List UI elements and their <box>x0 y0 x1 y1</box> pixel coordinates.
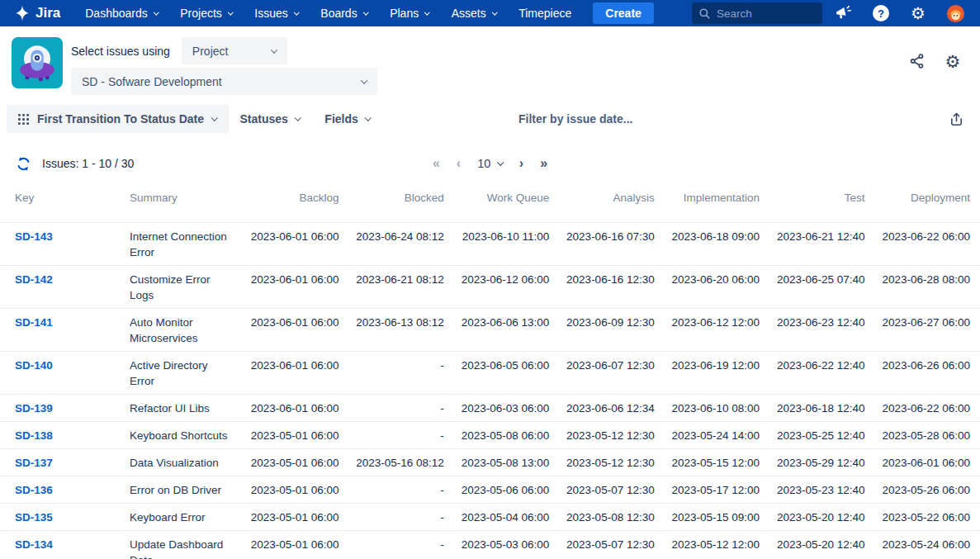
chevron-down-icon <box>424 9 429 14</box>
search-input[interactable] <box>717 7 816 20</box>
issue-key-link[interactable]: SD-139 <box>15 402 53 415</box>
issue-key-link[interactable]: SD-135 <box>15 511 53 523</box>
next-page-button[interactable]: › <box>519 157 523 170</box>
help-icon[interactable]: ? <box>871 3 891 23</box>
top-navbar: Jira DashboardsProjectsIssuesBoardsPlans… <box>0 0 980 26</box>
transition-date-cell: 2023-05-12 12:30 <box>559 449 664 476</box>
transition-date-cell: 2023-06-07 12:30 <box>559 352 664 395</box>
transition-date-cell: 2023-06-01 06:00 <box>244 309 348 352</box>
main-navigation: DashboardsProjectsIssuesBoardsPlansAsset… <box>85 7 571 20</box>
transition-date-cell: 2023-06-03 06:00 <box>454 395 559 422</box>
share-button[interactable] <box>907 50 928 72</box>
issue-key-link[interactable]: SD-137 <box>15 457 53 469</box>
transition-date-cell: 2023-05-28 06:00 <box>875 422 980 449</box>
transition-date-cell: 2023-05-20 12:40 <box>769 504 874 531</box>
table-row: SD-134Update Dashboard Data2023-05-01 06… <box>0 531 980 559</box>
issue-key-link[interactable]: SD-142 <box>15 273 53 286</box>
transition-date-cell: 2023-06-09 12:30 <box>559 309 664 352</box>
table-header: KeySummaryBacklogBlockedWork QueueAnalys… <box>0 182 980 223</box>
nav-item-projects[interactable]: Projects <box>180 7 232 20</box>
transition-date-cell: 2023-05-16 08:12 <box>348 449 453 476</box>
settings-gear-icon[interactable]: ⚙ <box>908 3 928 23</box>
nav-item-dashboards[interactable]: Dashboards <box>85 7 158 20</box>
issues-count-label: Issues: 1 - 10 / 30 <box>42 157 134 170</box>
create-button[interactable]: Create <box>593 2 654 24</box>
refresh-button[interactable] <box>13 154 33 173</box>
transition-date-cell: 2023-06-26 06:00 <box>875 352 980 395</box>
column-header-implementation: Implementation <box>665 182 769 223</box>
transition-date-cell: 2023-05-08 06:00 <box>454 422 559 449</box>
issue-key-link[interactable]: SD-138 <box>15 429 53 442</box>
transition-date-cell: 2023-05-08 13:00 <box>454 449 559 476</box>
export-button[interactable] <box>945 108 967 130</box>
issue-key-link[interactable]: SD-140 <box>15 359 53 372</box>
report-settings-gear-icon[interactable]: ⚙ <box>942 50 963 72</box>
issue-key-cell: SD-140 <box>0 352 115 395</box>
table-row: SD-143Internet Connection Error2023-06-0… <box>0 223 980 266</box>
transition-date-cell: 2023-05-24 14:00 <box>665 422 769 449</box>
user-avatar[interactable] <box>945 3 965 23</box>
issue-key-link[interactable]: SD-141 <box>15 316 53 329</box>
column-header-blocked: Blocked <box>348 182 453 223</box>
issue-summary: Update Dashboard Data <box>115 531 244 559</box>
issue-key-cell: SD-136 <box>0 476 115 504</box>
issue-key-link[interactable]: SD-134 <box>15 538 53 551</box>
search-box[interactable] <box>692 2 822 24</box>
nav-item-boards[interactable]: Boards <box>320 7 367 20</box>
transition-date-cell: 2023-05-12 12:30 <box>559 422 664 449</box>
last-page-button[interactable]: » <box>540 157 547 170</box>
page-size-dropdown[interactable]: 10 <box>477 158 503 170</box>
app-icon <box>12 37 63 88</box>
pager: « ‹ 10 › » <box>433 157 547 170</box>
transition-date-cell: 2023-06-16 12:30 <box>559 266 664 309</box>
transition-date-cell: 2023-05-01 06:00 <box>244 504 348 531</box>
issue-key-link[interactable]: SD-136 <box>15 484 53 496</box>
table-row: SD-135Keyboard Error2023-05-01 06:00-202… <box>0 504 980 531</box>
nav-item-label: Projects <box>180 7 222 20</box>
fields-label: Fields <box>324 112 357 126</box>
issue-key-link[interactable]: SD-143 <box>15 230 53 243</box>
column-header-backlog: Backlog <box>244 182 348 223</box>
nav-item-assets[interactable]: Assets <box>452 7 497 20</box>
first-page-button[interactable]: « <box>433 157 440 170</box>
chevron-down-icon <box>295 115 301 121</box>
jira-logo-icon <box>13 4 31 22</box>
transition-date-cell: 2023-06-16 07:30 <box>559 223 664 266</box>
transition-date-cell: 2023-06-23 12:40 <box>769 309 874 352</box>
statuses-dropdown[interactable]: Statuses <box>240 112 301 126</box>
transition-date-cell: 2023-05-01 06:00 <box>244 476 348 504</box>
report-toolbar: First Transition To Status Date Statuses… <box>0 104 980 134</box>
nav-item-plans[interactable]: Plans <box>390 7 429 20</box>
issue-summary: Customize Error Logs <box>115 266 244 309</box>
jira-brand-text: Jira <box>36 5 60 21</box>
transition-date-cell: 2023-06-24 08:12 <box>348 223 453 266</box>
transition-date-cell: 2023-06-01 06:00 <box>244 266 348 309</box>
chevron-down-icon <box>211 115 218 121</box>
project-dropdown[interactable]: SD - Sofware Development <box>71 68 377 95</box>
transition-date-cell: 2023-05-01 06:00 <box>244 531 348 559</box>
transition-date-cell: 2023-05-15 09:00 <box>665 504 769 531</box>
filter-by-issue-date-input[interactable]: Filter by issue date... <box>518 112 633 126</box>
chevron-down-icon <box>154 9 159 14</box>
announcements-megaphone-icon[interactable] <box>834 3 854 23</box>
issue-summary: Error on DB Driver <box>115 476 244 504</box>
previous-page-button[interactable]: ‹ <box>457 157 461 170</box>
issue-summary: Data Visualization <box>115 449 244 476</box>
issue-source-type-dropdown[interactable]: Project <box>182 37 287 64</box>
report-type-dropdown[interactable]: First Transition To Status Date <box>7 105 229 133</box>
nav-item-issues[interactable]: Issues <box>254 7 298 20</box>
nav-item-label: Assets <box>452 7 486 20</box>
transition-date-cell: 2023-06-01 06:00 <box>875 449 980 476</box>
column-header-deployment: Deployment <box>875 182 980 223</box>
nav-item-label: Dashboards <box>85 7 148 20</box>
transition-date-cell: 2023-06-01 06:00 <box>244 352 348 395</box>
issue-summary: Keyboard Error <box>115 504 244 531</box>
table-row: SD-141Auto Monitor Microservices2023-06-… <box>0 309 980 352</box>
transition-date-cell: 2023-06-06 12:34 <box>559 395 664 422</box>
transition-date-cell: 2023-05-01 06:00 <box>244 422 348 449</box>
fields-dropdown[interactable]: Fields <box>324 112 370 126</box>
select-issues-label: Select issues using <box>71 45 170 58</box>
jira-logo[interactable]: Jira <box>13 4 60 22</box>
issue-key-cell: SD-135 <box>0 504 115 531</box>
nav-item-timepiece[interactable]: Timepiece <box>518 7 571 20</box>
